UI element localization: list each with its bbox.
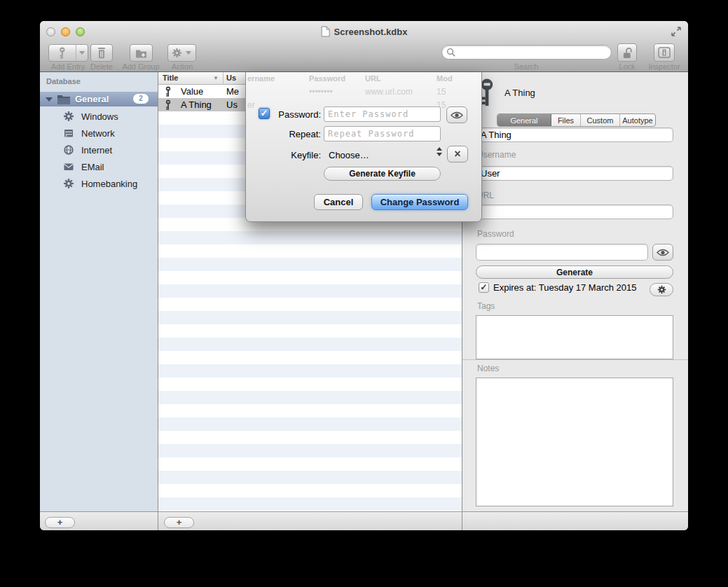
tags-field[interactable] (476, 315, 673, 359)
lock-button[interactable] (617, 43, 637, 62)
add-entry-label: Add Entry (46, 62, 90, 71)
tab-files[interactable]: Files (551, 114, 581, 126)
envelope-icon (63, 161, 74, 172)
server-icon (63, 127, 74, 139)
key-icon (58, 47, 67, 60)
column-title[interactable]: Title (163, 74, 178, 82)
password-input[interactable] (324, 106, 441, 122)
show-password-button[interactable] (446, 106, 467, 123)
trash-icon (97, 47, 107, 59)
action-button[interactable] (167, 44, 196, 62)
change-password-button[interactable]: Change Password (371, 194, 468, 210)
zoom-button[interactable] (76, 27, 85, 36)
sidebar-item-email[interactable]: EMail (40, 160, 158, 174)
show-password-button[interactable] (652, 244, 673, 261)
generate-password-button[interactable]: Generate (476, 265, 673, 279)
row-title: Value (181, 86, 203, 97)
repeat-input[interactable] (324, 126, 441, 141)
clear-keyfile-button[interactable]: × (447, 146, 468, 163)
row-title: A Thing (181, 99, 212, 110)
gear-icon (657, 285, 666, 294)
window-title: Screenshot.kdbx (334, 27, 408, 37)
expires-settings-button[interactable] (650, 283, 673, 296)
faded-modified-value: 15 (437, 87, 446, 97)
tags-label: Tags (477, 301, 495, 311)
cancel-button[interactable]: Cancel (314, 194, 363, 210)
add-group-plus-button[interactable]: + (45, 517, 75, 528)
expires-row: ✓ Expires at: Tuesday 17 March 2015 (479, 282, 637, 293)
gear-icon (63, 178, 74, 189)
notes-field[interactable] (476, 378, 673, 506)
toolbar: Add Entry Delete Add Group Action Search… (40, 42, 688, 72)
row-username: Me (226, 86, 239, 97)
group-sidebar: Database General 2 Windows (40, 72, 158, 511)
faded-url-header: URL (365, 74, 381, 83)
add-group-button[interactable] (130, 44, 153, 62)
action-dropdown[interactable] (182, 45, 195, 61)
sidebar-divider[interactable] (158, 72, 158, 530)
search-label: Search (505, 62, 547, 71)
globe-icon (63, 144, 74, 156)
sidebar-item-network[interactable]: Network (40, 126, 158, 140)
repeat-label: Repeat: (271, 129, 321, 139)
password-checkbox[interactable]: ✓ (259, 108, 270, 119)
sidebar-item-windows[interactable]: Windows (40, 109, 158, 123)
password-label: Password (477, 229, 514, 239)
close-button[interactable] (46, 27, 55, 36)
inspector-panel: A Thing General Files Custom Autotype Us… (462, 72, 688, 511)
column-username[interactable]: Us (226, 74, 236, 82)
action-label: Action (170, 62, 194, 71)
keyfile-label: Keyfile: (271, 150, 321, 160)
faded-url-value: www.url.com (365, 87, 413, 97)
tab-custom[interactable]: Custom (581, 114, 620, 126)
inspector-entry-title: A Thing (504, 88, 535, 98)
info-icon (658, 47, 671, 58)
add-entry-dropdown[interactable] (76, 45, 88, 61)
search-icon (446, 48, 455, 57)
delete-label: Delete (89, 62, 114, 71)
search-input[interactable] (441, 45, 612, 60)
password-label: Password: (271, 109, 321, 120)
app-window: Screenshot.kdbx (40, 21, 688, 530)
traffic-lights (46, 27, 85, 36)
sidebar-item-internet[interactable]: Internet (40, 143, 158, 157)
tab-autotype[interactable]: Autotype (620, 114, 655, 126)
expires-checkbox[interactable]: ✓ (479, 282, 489, 293)
url-field[interactable] (476, 205, 673, 219)
generate-keyfile-button[interactable]: Generate Keyfile (324, 167, 441, 181)
add-entry-plus-button[interactable]: + (164, 517, 194, 528)
disclosure-triangle-icon[interactable] (46, 97, 53, 102)
faded-username-value: er (247, 100, 255, 110)
inspector-tabs: General Files Custom Autotype (497, 113, 656, 127)
expires-text: Expires at: Tuesday 17 March 2015 (493, 282, 637, 293)
add-entry-button[interactable] (48, 44, 88, 62)
minimize-button[interactable] (61, 27, 70, 36)
password-field[interactable] (476, 244, 648, 261)
sidebar-item-label: Network (81, 128, 115, 139)
sort-descending-icon: ▼ (213, 75, 219, 81)
popup-stepper-icon[interactable] (437, 147, 442, 156)
gear-icon (172, 48, 182, 58)
delete-button[interactable] (90, 44, 113, 62)
sidebar-item-label: Windows (81, 111, 118, 122)
add-group-label: Add Group (117, 62, 165, 71)
sidebar-group-general[interactable]: General 2 (40, 92, 158, 106)
window-title-group: Screenshot.kdbx (321, 26, 408, 37)
row-username: Us (226, 99, 238, 110)
sidebar-item-homebanking[interactable]: Homebanking (40, 177, 158, 191)
username-label: Username (477, 150, 516, 160)
inspector-button[interactable] (654, 43, 675, 62)
username-field[interactable] (476, 166, 673, 181)
keyfile-popup[interactable]: Choose… (329, 150, 369, 160)
title-bar: Screenshot.kdbx (40, 21, 688, 42)
lock-label: Lock (613, 62, 641, 71)
bottom-bar: + + (40, 511, 688, 530)
tab-general[interactable]: General (497, 114, 551, 126)
chevron-down-icon (79, 51, 85, 55)
title-field[interactable] (476, 127, 673, 142)
key-icon (165, 86, 171, 97)
fullscreen-icon[interactable] (671, 27, 681, 36)
column-divider[interactable] (223, 72, 224, 85)
faded-password-value: •••••••• (309, 87, 333, 97)
sidebar-item-label: Homebanking (81, 179, 137, 189)
